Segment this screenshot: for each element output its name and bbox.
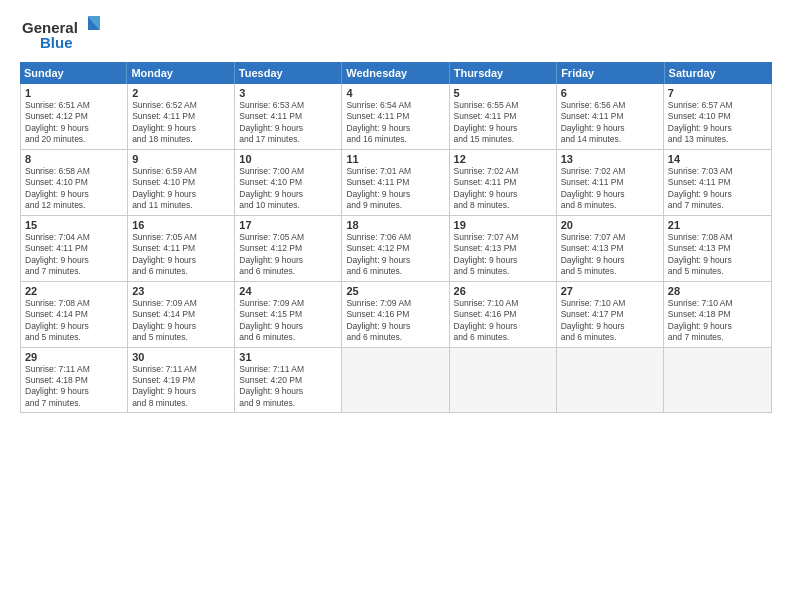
- day-header-wednesday: Wednesday: [342, 62, 449, 84]
- day-number: 19: [454, 219, 552, 231]
- calendar-day-24: 24Sunrise: 7:09 AMSunset: 4:15 PMDayligh…: [235, 282, 342, 347]
- day-info: Sunrise: 6:57 AMSunset: 4:10 PMDaylight:…: [668, 100, 767, 146]
- calendar-day-15: 15Sunrise: 7:04 AMSunset: 4:11 PMDayligh…: [21, 216, 128, 281]
- day-number: 22: [25, 285, 123, 297]
- day-number: 27: [561, 285, 659, 297]
- day-number: 3: [239, 87, 337, 99]
- day-info: Sunrise: 7:11 AMSunset: 4:19 PMDaylight:…: [132, 364, 230, 410]
- day-header-friday: Friday: [557, 62, 664, 84]
- calendar-day-27: 27Sunrise: 7:10 AMSunset: 4:17 PMDayligh…: [557, 282, 664, 347]
- day-number: 8: [25, 153, 123, 165]
- day-number: 4: [346, 87, 444, 99]
- calendar-day-16: 16Sunrise: 7:05 AMSunset: 4:11 PMDayligh…: [128, 216, 235, 281]
- day-number: 25: [346, 285, 444, 297]
- day-number: 23: [132, 285, 230, 297]
- calendar-day-22: 22Sunrise: 7:08 AMSunset: 4:14 PMDayligh…: [21, 282, 128, 347]
- header: General Blue: [20, 16, 772, 54]
- day-number: 28: [668, 285, 767, 297]
- calendar-day-2: 2Sunrise: 6:52 AMSunset: 4:11 PMDaylight…: [128, 84, 235, 149]
- calendar-day-23: 23Sunrise: 7:09 AMSunset: 4:14 PMDayligh…: [128, 282, 235, 347]
- calendar-day-11: 11Sunrise: 7:01 AMSunset: 4:11 PMDayligh…: [342, 150, 449, 215]
- calendar-day-7: 7Sunrise: 6:57 AMSunset: 4:10 PMDaylight…: [664, 84, 771, 149]
- day-number: 21: [668, 219, 767, 231]
- day-header-saturday: Saturday: [665, 62, 772, 84]
- calendar-day-9: 9Sunrise: 6:59 AMSunset: 4:10 PMDaylight…: [128, 150, 235, 215]
- calendar-body: 1Sunrise: 6:51 AMSunset: 4:12 PMDaylight…: [20, 84, 772, 413]
- empty-cell: [450, 348, 557, 413]
- calendar-week-2: 8Sunrise: 6:58 AMSunset: 4:10 PMDaylight…: [21, 150, 771, 216]
- day-info: Sunrise: 7:09 AMSunset: 4:15 PMDaylight:…: [239, 298, 337, 344]
- day-info: Sunrise: 7:02 AMSunset: 4:11 PMDaylight:…: [454, 166, 552, 212]
- day-header-sunday: Sunday: [20, 62, 127, 84]
- calendar-day-26: 26Sunrise: 7:10 AMSunset: 4:16 PMDayligh…: [450, 282, 557, 347]
- day-info: Sunrise: 7:10 AMSunset: 4:17 PMDaylight:…: [561, 298, 659, 344]
- calendar-day-12: 12Sunrise: 7:02 AMSunset: 4:11 PMDayligh…: [450, 150, 557, 215]
- day-info: Sunrise: 7:09 AMSunset: 4:16 PMDaylight:…: [346, 298, 444, 344]
- day-info: Sunrise: 6:56 AMSunset: 4:11 PMDaylight:…: [561, 100, 659, 146]
- day-info: Sunrise: 6:59 AMSunset: 4:10 PMDaylight:…: [132, 166, 230, 212]
- calendar-day-30: 30Sunrise: 7:11 AMSunset: 4:19 PMDayligh…: [128, 348, 235, 413]
- day-info: Sunrise: 7:11 AMSunset: 4:20 PMDaylight:…: [239, 364, 337, 410]
- calendar-day-25: 25Sunrise: 7:09 AMSunset: 4:16 PMDayligh…: [342, 282, 449, 347]
- day-number: 7: [668, 87, 767, 99]
- calendar-week-3: 15Sunrise: 7:04 AMSunset: 4:11 PMDayligh…: [21, 216, 771, 282]
- logo: General Blue: [20, 16, 100, 54]
- calendar-day-14: 14Sunrise: 7:03 AMSunset: 4:11 PMDayligh…: [664, 150, 771, 215]
- calendar-day-8: 8Sunrise: 6:58 AMSunset: 4:10 PMDaylight…: [21, 150, 128, 215]
- calendar-day-21: 21Sunrise: 7:08 AMSunset: 4:13 PMDayligh…: [664, 216, 771, 281]
- day-header-monday: Monday: [127, 62, 234, 84]
- day-info: Sunrise: 6:51 AMSunset: 4:12 PMDaylight:…: [25, 100, 123, 146]
- day-info: Sunrise: 7:04 AMSunset: 4:11 PMDaylight:…: [25, 232, 123, 278]
- day-number: 5: [454, 87, 552, 99]
- calendar-week-5: 29Sunrise: 7:11 AMSunset: 4:18 PMDayligh…: [21, 348, 771, 413]
- day-number: 11: [346, 153, 444, 165]
- calendar-day-5: 5Sunrise: 6:55 AMSunset: 4:11 PMDaylight…: [450, 84, 557, 149]
- day-number: 15: [25, 219, 123, 231]
- calendar-day-29: 29Sunrise: 7:11 AMSunset: 4:18 PMDayligh…: [21, 348, 128, 413]
- day-info: Sunrise: 7:10 AMSunset: 4:16 PMDaylight:…: [454, 298, 552, 344]
- calendar-day-3: 3Sunrise: 6:53 AMSunset: 4:11 PMDaylight…: [235, 84, 342, 149]
- day-info: Sunrise: 7:01 AMSunset: 4:11 PMDaylight:…: [346, 166, 444, 212]
- day-info: Sunrise: 6:58 AMSunset: 4:10 PMDaylight:…: [25, 166, 123, 212]
- day-info: Sunrise: 6:55 AMSunset: 4:11 PMDaylight:…: [454, 100, 552, 146]
- day-number: 12: [454, 153, 552, 165]
- day-info: Sunrise: 7:11 AMSunset: 4:18 PMDaylight:…: [25, 364, 123, 410]
- day-number: 30: [132, 351, 230, 363]
- calendar-day-19: 19Sunrise: 7:07 AMSunset: 4:13 PMDayligh…: [450, 216, 557, 281]
- day-header-thursday: Thursday: [450, 62, 557, 84]
- calendar-day-31: 31Sunrise: 7:11 AMSunset: 4:20 PMDayligh…: [235, 348, 342, 413]
- day-number: 14: [668, 153, 767, 165]
- day-info: Sunrise: 7:07 AMSunset: 4:13 PMDaylight:…: [561, 232, 659, 278]
- day-number: 9: [132, 153, 230, 165]
- day-header-tuesday: Tuesday: [235, 62, 342, 84]
- day-info: Sunrise: 6:54 AMSunset: 4:11 PMDaylight:…: [346, 100, 444, 146]
- page: General Blue SundayMondayTuesdayWednesda…: [0, 0, 792, 612]
- day-info: Sunrise: 7:07 AMSunset: 4:13 PMDaylight:…: [454, 232, 552, 278]
- calendar-week-4: 22Sunrise: 7:08 AMSunset: 4:14 PMDayligh…: [21, 282, 771, 348]
- day-number: 10: [239, 153, 337, 165]
- day-number: 20: [561, 219, 659, 231]
- day-number: 2: [132, 87, 230, 99]
- calendar-day-6: 6Sunrise: 6:56 AMSunset: 4:11 PMDaylight…: [557, 84, 664, 149]
- day-info: Sunrise: 7:08 AMSunset: 4:14 PMDaylight:…: [25, 298, 123, 344]
- day-number: 6: [561, 87, 659, 99]
- calendar: SundayMondayTuesdayWednesdayThursdayFrid…: [20, 62, 772, 600]
- day-info: Sunrise: 7:05 AMSunset: 4:11 PMDaylight:…: [132, 232, 230, 278]
- day-info: Sunrise: 7:06 AMSunset: 4:12 PMDaylight:…: [346, 232, 444, 278]
- calendar-day-13: 13Sunrise: 7:02 AMSunset: 4:11 PMDayligh…: [557, 150, 664, 215]
- calendar-day-28: 28Sunrise: 7:10 AMSunset: 4:18 PMDayligh…: [664, 282, 771, 347]
- day-info: Sunrise: 6:52 AMSunset: 4:11 PMDaylight:…: [132, 100, 230, 146]
- day-number: 26: [454, 285, 552, 297]
- calendar-week-1: 1Sunrise: 6:51 AMSunset: 4:12 PMDaylight…: [21, 84, 771, 150]
- calendar-day-17: 17Sunrise: 7:05 AMSunset: 4:12 PMDayligh…: [235, 216, 342, 281]
- empty-cell: [557, 348, 664, 413]
- day-info: Sunrise: 7:03 AMSunset: 4:11 PMDaylight:…: [668, 166, 767, 212]
- calendar-header: SundayMondayTuesdayWednesdayThursdayFrid…: [20, 62, 772, 84]
- day-info: Sunrise: 7:00 AMSunset: 4:10 PMDaylight:…: [239, 166, 337, 212]
- day-number: 29: [25, 351, 123, 363]
- calendar-day-4: 4Sunrise: 6:54 AMSunset: 4:11 PMDaylight…: [342, 84, 449, 149]
- day-number: 1: [25, 87, 123, 99]
- logo-svg: General Blue: [20, 16, 100, 54]
- calendar-day-10: 10Sunrise: 7:00 AMSunset: 4:10 PMDayligh…: [235, 150, 342, 215]
- day-info: Sunrise: 7:08 AMSunset: 4:13 PMDaylight:…: [668, 232, 767, 278]
